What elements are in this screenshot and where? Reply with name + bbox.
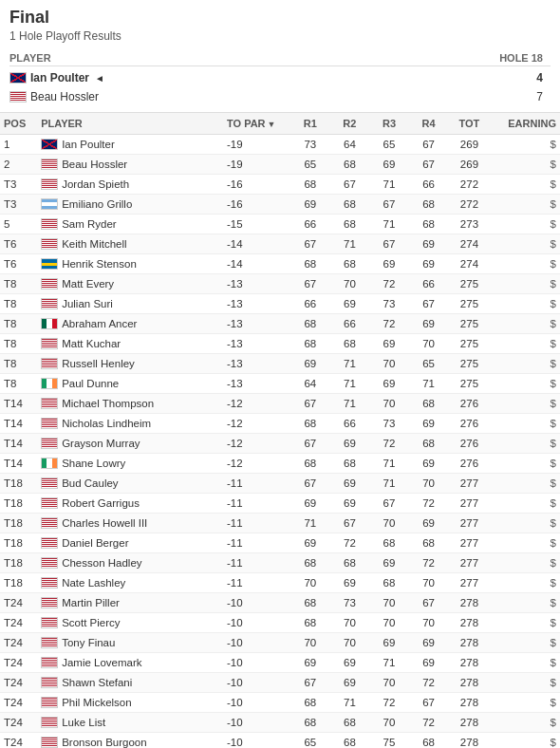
cell-r2: 72 — [330, 533, 370, 553]
cell-pos: T3 — [0, 195, 37, 215]
cell-topar: -13 — [223, 314, 290, 334]
player-name: Jamie Lovemark — [62, 657, 141, 668]
cell-r2: 67 — [330, 514, 370, 533]
cell-r4: 71 — [409, 374, 449, 394]
cell-r3: 71 — [369, 454, 409, 474]
cell-tot: 275 — [448, 294, 490, 314]
cell-r2: 71 — [330, 394, 370, 414]
cell-tot: 275 — [448, 314, 490, 334]
cell-player: Luke List — [37, 713, 223, 733]
cell-r1: 69 — [290, 354, 330, 374]
cell-tot: 278 — [448, 613, 490, 633]
table-row: T8 Matt Every -13 67 70 72 66 275 $ — [0, 274, 560, 294]
player-name: Paul Dunne — [62, 378, 119, 389]
page-header: Final 1 Hole Playoff Results — [0, 0, 560, 47]
cell-player: Nicholas Lindheim — [37, 414, 223, 434]
flag-usa — [41, 517, 58, 529]
cell-r4: 68 — [409, 733, 449, 749]
cell-player: Beau Hossler — [37, 155, 223, 175]
cell-earn: $ — [490, 294, 560, 314]
cell-tot: 278 — [448, 673, 490, 693]
player-name: Matt Every — [62, 278, 114, 290]
table-row: T6 Keith Mitchell -14 67 71 67 69 274 $ — [0, 234, 560, 254]
cell-r3: 72 — [369, 693, 409, 713]
cell-tot: 277 — [448, 514, 490, 533]
cell-pos: T14 — [0, 454, 37, 474]
cell-r3: 72 — [369, 314, 409, 334]
cell-tot: 276 — [448, 434, 490, 454]
cell-tot: 274 — [448, 254, 490, 274]
flag-mex — [41, 318, 58, 329]
cell-player: Matt Every — [37, 274, 223, 294]
cell-topar: -19 — [223, 135, 290, 155]
cell-r4: 68 — [409, 195, 449, 215]
cell-r3: 71 — [369, 653, 409, 673]
table-header-row: POS PLAYER TO PAR▼ R1 R2 R3 R4 TOT EARNI… — [0, 113, 560, 135]
cell-r3: 69 — [369, 633, 409, 653]
cell-pos: T18 — [0, 514, 37, 533]
cell-topar: -11 — [223, 514, 290, 533]
cell-r3: 73 — [369, 414, 409, 434]
cell-tot: 276 — [448, 414, 490, 434]
cell-earn: $ — [490, 155, 560, 175]
cell-pos: T8 — [0, 354, 37, 374]
cell-tot: 278 — [448, 713, 490, 733]
cell-r4: 67 — [409, 693, 449, 713]
cell-r2: 69 — [330, 434, 370, 454]
player-name: Scott Piercy — [62, 617, 120, 628]
cell-player: Julian Suri — [37, 294, 223, 314]
cell-r3: 73 — [369, 294, 409, 314]
cell-r2: 69 — [330, 673, 370, 693]
cell-earn: $ — [490, 374, 560, 394]
cell-r1: 67 — [290, 474, 330, 494]
cell-player: Martin Piller — [37, 593, 223, 613]
cell-player: Jordan Spieth — [37, 175, 223, 195]
playoff-name-2: Beau Hossler — [30, 90, 99, 103]
cell-pos: T14 — [0, 414, 37, 434]
flag-usa — [41, 218, 58, 230]
page-title: Final — [9, 8, 551, 28]
cell-r3: 71 — [369, 474, 409, 494]
cell-earn: $ — [490, 573, 560, 593]
cell-tot: 273 — [448, 215, 490, 234]
cell-r4: 69 — [409, 633, 449, 653]
cell-earn: $ — [490, 633, 560, 653]
cell-r2: 69 — [330, 653, 370, 673]
cell-r2: 68 — [330, 713, 370, 733]
cell-r3: 70 — [369, 673, 409, 693]
cell-r3: 70 — [369, 514, 409, 533]
cell-r4: 67 — [409, 294, 449, 314]
cell-topar: -10 — [223, 633, 290, 653]
cell-r2: 66 — [330, 414, 370, 434]
cell-r3: 71 — [369, 215, 409, 234]
cell-r4: 69 — [409, 234, 449, 254]
cell-r2: 70 — [330, 633, 370, 653]
player-name: Shane Lowry — [62, 458, 125, 469]
cell-r1: 66 — [290, 215, 330, 234]
cell-r4: 69 — [409, 454, 449, 474]
cell-r3: 72 — [369, 434, 409, 454]
playoff-section: PLAYER HOLE 18 Ian Poulter ◄ 4 Beau Hoss… — [0, 47, 560, 112]
cell-r4: 65 — [409, 354, 449, 374]
cell-r3: 69 — [369, 334, 409, 354]
cell-earn: $ — [490, 434, 560, 454]
cell-r1: 68 — [290, 613, 330, 633]
flag-usa — [41, 597, 58, 608]
cell-tot: 276 — [448, 394, 490, 414]
playoff-row-winner: Ian Poulter ◄ 4 — [9, 68, 551, 87]
cell-r1: 68 — [290, 414, 330, 434]
col-header-r3: R3 — [369, 113, 409, 135]
player-name: Julian Suri — [62, 298, 113, 309]
cell-r4: 69 — [409, 314, 449, 334]
col-header-r2: R2 — [330, 113, 370, 135]
cell-tot: 275 — [448, 354, 490, 374]
cell-earn: $ — [490, 175, 560, 195]
cell-r3: 71 — [369, 175, 409, 195]
cell-topar: -11 — [223, 553, 290, 573]
cell-r2: 73 — [330, 593, 370, 613]
cell-r1: 68 — [290, 593, 330, 613]
cell-r1: 69 — [290, 533, 330, 553]
cell-player: Henrik Stenson — [37, 254, 223, 274]
cell-r3: 69 — [369, 254, 409, 274]
cell-r4: 69 — [409, 254, 449, 274]
